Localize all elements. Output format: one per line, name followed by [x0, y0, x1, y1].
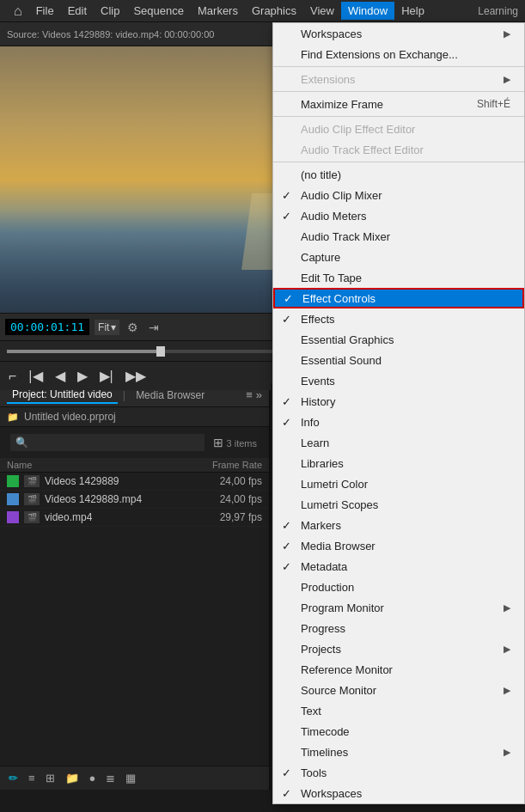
menu-label-39: Tools	[301, 766, 327, 779]
step-forward-button[interactable]: ▶▶	[122, 366, 150, 386]
export-icon[interactable]: ⇥	[146, 319, 162, 336]
menu-view[interactable]: View	[303, 2, 341, 20]
chevron-down-icon: ▾	[111, 321, 116, 333]
automate-btn[interactable]: ▦	[122, 770, 139, 786]
checkmark-icon: ✓	[282, 560, 291, 573]
menu-label-8: Audio Track Effect Editor	[301, 143, 424, 156]
step-back-button[interactable]: |◀	[25, 366, 46, 386]
menu-label-26: Lumetri Scopes	[301, 498, 378, 511]
checkmark-icon: ✓	[282, 766, 291, 779]
menu-label-11: Audio Clip Mixer	[301, 189, 382, 202]
list-view-btn[interactable]: ≡	[25, 770, 39, 786]
storyboard-btn[interactable]: ≣	[102, 770, 119, 786]
menu-item-effects[interactable]: ✓Effects	[273, 308, 524, 329]
tab-divider: |	[123, 388, 125, 401]
file-name-2: video.mp4	[45, 511, 197, 523]
pencil-tool-btn[interactable]: ✏	[5, 770, 21, 786]
menu-item-text[interactable]: Text	[273, 700, 524, 721]
new-item-btn[interactable]: ●	[86, 770, 100, 786]
menu-item-find-extensions-on-exchange...[interactable]: Find Extensions on Exchange...	[273, 44, 524, 64]
menu-item-edit-to-tape[interactable]: Edit To Tape	[273, 267, 524, 288]
menu-file[interactable]: File	[29, 2, 61, 20]
panel-expand-icon[interactable]: »	[256, 388, 262, 401]
menu-item-lumetri-color[interactable]: Lumetri Color	[273, 473, 524, 494]
next-frame-button[interactable]: ▶|	[96, 366, 117, 386]
menu-item-essential-graphics[interactable]: Essential Graphics	[273, 329, 524, 350]
menu-item-projects[interactable]: Projects▶	[273, 638, 524, 659]
menu-item-effect-controls[interactable]: ✓Effect Controls	[273, 288, 524, 308]
menu-item-audio-clip-mixer[interactable]: ✓Audio Clip Mixer	[273, 185, 524, 205]
menu-item-media-browser[interactable]: ✓Media Browser	[273, 535, 524, 556]
menu-item-tools[interactable]: ✓Tools	[273, 762, 524, 783]
scrubber-handle[interactable]	[156, 346, 165, 357]
menu-item-workspaces[interactable]: Workspaces▶	[273, 23, 524, 44]
file-item-1[interactable]: 🎬 Videos 1429889.mp4 24,00 fps	[0, 491, 269, 509]
search-bar[interactable]: 🔍	[10, 434, 205, 451]
menu-label-1: Find Extensions on Exchange...	[301, 48, 458, 61]
menu-item-reference-monitor[interactable]: Reference Monitor	[273, 659, 524, 680]
menu-item-audio-clip-effect-editor: Audio Clip Effect Editor	[273, 119, 524, 139]
menu-window[interactable]: Window	[341, 2, 394, 20]
menu-item-(no-title)[interactable]: (no title)	[273, 164, 524, 185]
menu-label-21: History	[301, 395, 335, 408]
menu-item-program-monitor[interactable]: Program Monitor▶	[273, 597, 524, 618]
submenu-arrow-icon: ▶	[504, 74, 510, 85]
search-input[interactable]	[32, 437, 199, 449]
scrubber-fill	[7, 350, 161, 353]
menu-help[interactable]: Help	[394, 2, 431, 20]
menu-item-metadata[interactable]: ✓Metadata	[273, 556, 524, 577]
menu-item-learn[interactable]: Learn	[273, 432, 524, 453]
timecode-display[interactable]: 00:00:01:11	[5, 319, 89, 335]
grid-view-btn[interactable]: ⊞	[42, 770, 58, 786]
menu-item-source-monitor[interactable]: Source Monitor▶	[273, 680, 524, 700]
menu-edit[interactable]: Edit	[61, 2, 94, 20]
menu-item-info[interactable]: ✓Info	[273, 412, 524, 432]
menu-item-markers[interactable]: ✓Markers	[273, 515, 524, 535]
menu-item-production[interactable]: Production	[273, 577, 524, 597]
menu-item-history[interactable]: ✓History	[273, 391, 524, 412]
search-options-icon[interactable]: ⊞	[213, 436, 223, 449]
menu-label-12: Audio Meters	[301, 210, 367, 223]
play-button[interactable]: ▶	[74, 366, 91, 386]
menu-item-timecode[interactable]: Timecode	[273, 721, 524, 742]
clip-icon-2: 🎬	[24, 511, 40, 523]
menu-sequence[interactable]: Sequence	[126, 2, 191, 20]
prev-frame-button[interactable]: ◀	[52, 366, 69, 386]
menu-item-progress[interactable]: Progress	[273, 618, 524, 638]
menu-graphics[interactable]: Graphics	[245, 2, 303, 20]
file-fps-2: 29,97 fps	[202, 511, 262, 523]
menu-label-18: Essential Graphics	[301, 333, 394, 346]
menu-label-19: Essential Sound	[301, 354, 382, 367]
menu-item-audio-meters[interactable]: ✓Audio Meters	[273, 205, 524, 226]
menu-item-lumetri-scopes[interactable]: Lumetri Scopes	[273, 494, 524, 515]
fit-label: Fit	[98, 321, 109, 333]
checkmark-icon: ✓	[282, 416, 291, 429]
fit-dropdown[interactable]: Fit ▾	[95, 320, 119, 335]
menu-item-maximize-frame[interactable]: Maximize FrameShift+É	[273, 94, 524, 114]
clip-icon: 🎬	[24, 475, 40, 487]
submenu-arrow-icon: ▶	[504, 602, 510, 614]
items-count: 3 items	[227, 438, 264, 449]
mark-in-button[interactable]: ⌐	[5, 367, 20, 386]
menu-item-essential-sound[interactable]: Essential Sound	[273, 350, 524, 370]
menu-item-libraries[interactable]: Libraries	[273, 453, 524, 473]
bottom-toolbar: ✏ ≡ ⊞ 📁 ● ≣ ▦	[0, 766, 269, 790]
menu-item-capture[interactable]: Capture	[273, 247, 524, 267]
menu-label-10: (no title)	[301, 168, 341, 181]
menu-item-workspaces[interactable]: ✓Workspaces	[273, 783, 524, 803]
menu-item-audio-track-mixer[interactable]: Audio Track Mixer	[273, 226, 524, 247]
file-icon-green	[7, 475, 19, 487]
panel-menu-icon[interactable]: ≡	[246, 388, 253, 401]
file-item-0[interactable]: 🎬 Videos 1429889 24,00 fps	[0, 473, 269, 491]
menu-item-events[interactable]: Events	[273, 370, 524, 391]
menu-item-timelines[interactable]: Timelines▶	[273, 742, 524, 762]
folder-btn[interactable]: 📁	[62, 770, 82, 786]
file-list: 🎬 Videos 1429889 24,00 fps 🎬 Videos 1429…	[0, 473, 269, 766]
menu-label-16: Effect Controls	[302, 292, 375, 305]
file-item-2[interactable]: 🎬 video.mp4 29,97 fps	[0, 509, 269, 527]
menu-clip[interactable]: Clip	[94, 2, 126, 20]
home-icon[interactable]: ⌂	[7, 2, 29, 21]
menu-markers[interactable]: Markers	[191, 2, 245, 20]
folder-icon: 📁	[7, 412, 19, 423]
settings-icon[interactable]: ⚙	[125, 319, 141, 336]
